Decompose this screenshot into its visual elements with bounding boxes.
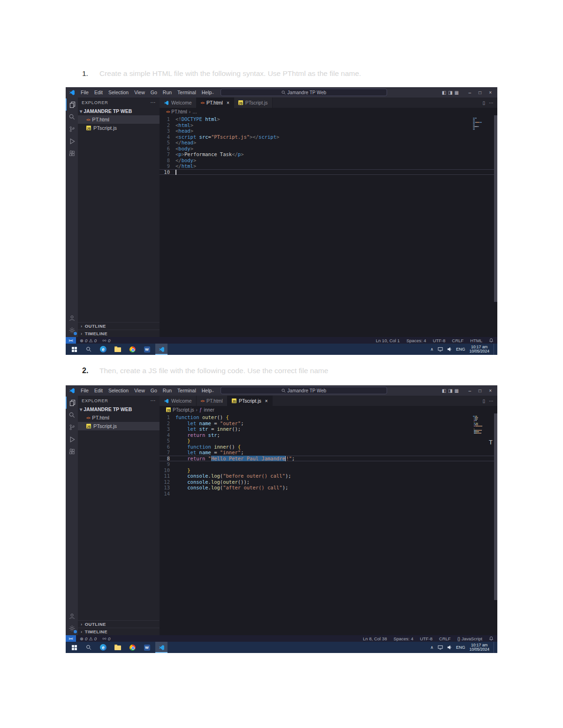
notifications-bell-icon[interactable] (489, 636, 494, 641)
vscode-taskbar-button[interactable] (155, 642, 167, 653)
menu-file[interactable]: File (78, 90, 91, 95)
search-sidebar-icon[interactable] (66, 111, 78, 123)
language-mode[interactable]: {} JavaScript (457, 636, 482, 641)
chrome-button[interactable] (126, 642, 138, 653)
menu-terminal[interactable]: Terminal (175, 388, 199, 393)
menu-go[interactable]: Go (148, 388, 160, 393)
taskbar-search-button[interactable] (83, 344, 95, 355)
menu-go[interactable]: Go (148, 90, 160, 95)
start-button[interactable] (68, 344, 80, 355)
menu-view[interactable]: View (131, 388, 148, 393)
taskbar-clock[interactable]: 10:17 am 10/05/2024 (469, 345, 489, 354)
account-icon[interactable] (66, 610, 78, 622)
close-button[interactable]: × (485, 388, 495, 393)
extensions-icon[interactable] (66, 445, 78, 458)
tab-welcome[interactable]: Welcome (160, 98, 197, 108)
menu-view[interactable]: View (131, 90, 148, 95)
layout-icon[interactable]: ▦ (455, 388, 461, 393)
cursor-position[interactable]: Ln 8, Col 38 (363, 636, 387, 641)
monitor-icon[interactable] (438, 645, 443, 650)
speaker-icon[interactable] (447, 347, 452, 352)
tab-ptscript-js[interactable]: JSPTscript.js (234, 98, 273, 108)
remote-indicator-button[interactable]: >< (66, 337, 76, 344)
restore-button[interactable]: □ (475, 388, 485, 393)
taskbar-clock[interactable]: 10:17 am 10/05/2024 (469, 643, 489, 652)
monitor-icon[interactable] (438, 347, 443, 352)
history-back-button[interactable]: ← (201, 388, 210, 393)
history-forward-button[interactable]: → (210, 388, 219, 393)
restore-button[interactable]: □ (475, 90, 485, 95)
minimize-button[interactable]: – (465, 388, 475, 393)
command-center-search[interactable]: Jamandre TP Web (221, 89, 387, 96)
notifications-bell-icon[interactable] (489, 338, 494, 343)
source-control-icon[interactable] (66, 123, 78, 135)
section-outline[interactable]: ›OUTLINE (78, 620, 160, 628)
remote-indicator-button[interactable]: >< (66, 635, 76, 642)
edge-button[interactable]: e (97, 642, 109, 653)
menu-selection[interactable]: Selection (106, 90, 131, 95)
file-item[interactable]: JSPTscript.js (78, 422, 160, 430)
problems-button[interactable]: ⊗ 0 ⚠ 0 (80, 636, 97, 641)
word-button[interactable]: W (141, 642, 153, 653)
problems-button[interactable]: ⊗ 0 ⚠ 0 (80, 338, 97, 343)
section-outline[interactable]: ›OUTLINE (78, 322, 160, 330)
eol-sequence[interactable]: CRLF (439, 636, 451, 641)
tab-pt-html[interactable]: <>PT.html (197, 396, 228, 406)
code-editor[interactable]: 1function outer() {2 let name = "outer";… (160, 413, 497, 635)
split-editor-icon[interactable]: ▯ (482, 100, 485, 105)
start-button[interactable] (68, 642, 80, 653)
language-mode[interactable]: HTML (470, 338, 482, 343)
explorer-icon[interactable] (66, 397, 78, 409)
show-desktop-button[interactable] (494, 344, 495, 355)
tab-ptscript-js[interactable]: JSPTscript.js× (228, 396, 273, 406)
history-back-button[interactable]: ← (201, 90, 210, 95)
encoding[interactable]: UTF-8 (433, 338, 445, 343)
chrome-button[interactable] (126, 344, 138, 355)
speaker-icon[interactable] (447, 645, 452, 650)
more-actions-icon[interactable]: ⋯ (489, 398, 494, 404)
tray-chevron-icon[interactable]: ∧ (430, 347, 434, 352)
word-button[interactable]: W (141, 344, 153, 355)
show-desktop-button[interactable] (494, 642, 495, 653)
breadcrumb-item[interactable]: inner (204, 407, 214, 413)
file-explorer-button[interactable] (112, 344, 124, 355)
more-actions-icon[interactable]: ⋯ (489, 100, 494, 105)
section-timeline[interactable]: ›TIMELINE (78, 628, 160, 635)
file-item[interactable]: <>PT.html (78, 413, 160, 422)
settings-gear-icon[interactable] (66, 622, 78, 634)
edge-button[interactable]: e (97, 344, 109, 355)
toggle-panel-icon[interactable]: ◨ (448, 90, 454, 95)
menu-run[interactable]: Run (160, 388, 175, 393)
toggle-sidebar-icon[interactable]: ◧ (442, 90, 448, 95)
cursor-position[interactable]: Ln 10, Col 1 (376, 338, 400, 343)
search-sidebar-icon[interactable] (66, 409, 78, 421)
extensions-icon[interactable] (66, 147, 78, 159)
breadcrumb-item[interactable]: PT.html (171, 109, 187, 114)
workspace-folder[interactable]: ▾ JAMANDRE TP WEB (78, 107, 160, 115)
file-item[interactable]: <>PT.html (78, 115, 160, 124)
menu-terminal[interactable]: Terminal (175, 90, 199, 95)
layout-icon[interactable]: ▦ (455, 90, 461, 95)
minimize-button[interactable]: – (465, 90, 475, 95)
run-debug-icon[interactable] (66, 135, 78, 147)
vscode-taskbar-button[interactable] (155, 344, 167, 355)
ports-status[interactable]: 0 (102, 636, 110, 641)
command-center-search[interactable]: Jamandre TP Web (221, 387, 387, 394)
editor-scrollbar[interactable] (494, 413, 497, 600)
close-icon[interactable]: × (265, 398, 268, 404)
run-debug-icon[interactable] (66, 433, 78, 445)
eol-sequence[interactable]: CRLF (452, 338, 464, 343)
code-editor[interactable]: 1<!DOCTYPE html>2<html>3<head>4<script s… (160, 115, 497, 337)
tab-pt-html[interactable]: <>PT.html× (197, 98, 234, 108)
explorer-actions-icon[interactable]: ⋯ (150, 398, 156, 404)
explorer-actions-icon[interactable]: ⋯ (150, 99, 156, 105)
menu-edit[interactable]: Edit (91, 90, 106, 95)
encoding[interactable]: UTF-8 (420, 636, 433, 641)
toggle-panel-icon[interactable]: ◨ (448, 388, 454, 393)
language-indicator[interactable]: ENG (456, 347, 465, 352)
account-icon[interactable] (66, 312, 78, 324)
menu-file[interactable]: File (78, 388, 91, 393)
source-control-icon[interactable] (66, 421, 78, 433)
tray-chevron-icon[interactable]: ∧ (430, 645, 434, 650)
explorer-icon[interactable] (66, 98, 78, 111)
